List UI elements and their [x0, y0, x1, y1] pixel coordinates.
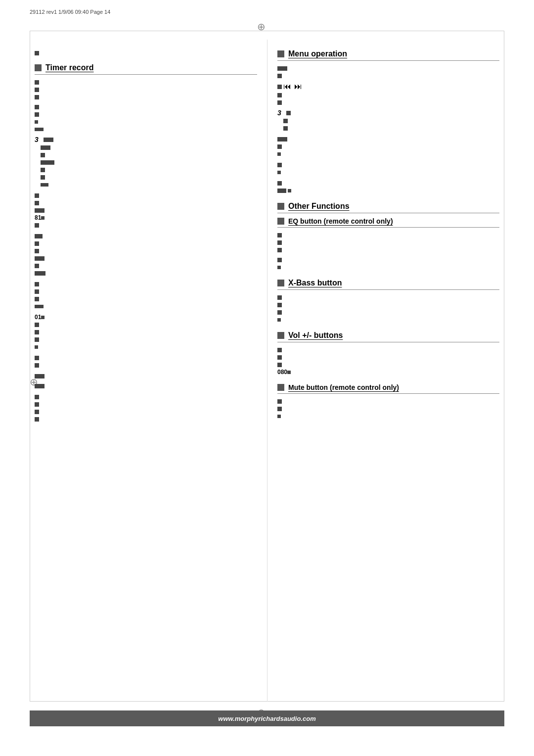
top-rule: [30, 31, 504, 31]
mr15: [277, 189, 286, 193]
eq-line2: [277, 239, 499, 246]
b6: [35, 120, 38, 124]
eq3: [277, 248, 282, 252]
b29: [35, 305, 44, 308]
b18: [41, 216, 44, 220]
xbass-line3: [277, 309, 499, 316]
eq-rule: [277, 227, 499, 228]
vol-line4: 080: [277, 369, 499, 376]
b12: [41, 168, 45, 172]
timer-record-icon: [35, 64, 42, 71]
vol-line1: [277, 346, 499, 353]
b40: [35, 402, 39, 407]
xbass-title: X-Bass button: [288, 279, 342, 287]
menu-grp2-1: [277, 136, 499, 142]
eq5: [277, 266, 281, 269]
mt3: [277, 415, 281, 418]
mt2: [277, 407, 282, 411]
mr8: [283, 126, 288, 131]
menu-step3-sub1: [283, 117, 499, 124]
mr14: [277, 181, 282, 186]
menu-step3: 3: [277, 109, 499, 117]
timer-line3: [35, 94, 257, 100]
mr5: [277, 100, 282, 105]
eq-line5: [277, 264, 499, 271]
b16: [35, 201, 39, 205]
step3-sub5: [41, 174, 257, 181]
b41: [35, 410, 39, 414]
b22: [35, 249, 39, 253]
step3-sub1: [41, 144, 257, 151]
b42: [35, 417, 39, 422]
menu-heading: Menu operation: [277, 49, 499, 58]
b35: [35, 356, 39, 360]
timer-group3-5: [35, 262, 257, 269]
timer-group2-5: [35, 222, 257, 229]
step3-num: 3: [35, 136, 42, 143]
timer-group5-1: 01: [35, 314, 257, 321]
step3-line: 3: [35, 136, 257, 143]
menu-line1: [277, 65, 499, 72]
b38: [35, 384, 44, 388]
next-icon: ⏭: [294, 82, 302, 91]
eq4: [277, 258, 282, 262]
num81: 81: [35, 214, 41, 221]
b26: [35, 282, 39, 286]
menu-step3-sub2: [283, 125, 499, 132]
eq2: [277, 240, 282, 245]
b4: [35, 105, 39, 109]
b3: [35, 95, 39, 99]
timer-group9-2: [35, 401, 257, 408]
eq-line3: [277, 246, 499, 253]
menu-grp2-3: [277, 150, 499, 157]
main-content: Timer record 3 81: [30, 40, 504, 702]
mt1: [277, 399, 282, 404]
mute-icon: [277, 384, 284, 391]
b37: [35, 374, 44, 378]
b33: [35, 337, 39, 342]
step3-sub6: [41, 181, 257, 188]
menu-grp3-1: [277, 161, 499, 168]
mute-line2: [277, 405, 499, 412]
mr9: [277, 137, 287, 142]
eq-icon: [277, 218, 284, 225]
xb4: [277, 318, 281, 322]
b2: [35, 88, 39, 92]
timer-group3-1: [35, 233, 257, 239]
timer-line4: [35, 103, 257, 110]
step3-sub2: [41, 151, 257, 158]
mute-rule: [277, 393, 499, 394]
xbass-line2: [277, 301, 499, 308]
menu-rule: [277, 60, 499, 61]
footer-bar: www.morphyrichardsaudio.com: [30, 710, 504, 726]
b28: [35, 297, 39, 301]
mr7: [283, 119, 288, 123]
xbass-rule: [277, 289, 499, 290]
b23: [35, 256, 44, 261]
mr2: [277, 74, 282, 78]
b20: [35, 234, 43, 238]
xbass-line1: [277, 294, 499, 301]
menu-line3: ⏮ ⏭: [277, 82, 499, 91]
eq-heading: EQ button (remote control only): [277, 217, 499, 225]
timer-record-title: Timer record: [45, 63, 94, 72]
timer-group8-1: [35, 382, 257, 389]
vl3: [277, 363, 282, 367]
timer-group5-5: [35, 343, 257, 350]
mute-line1: [277, 398, 499, 405]
mr13: [277, 171, 281, 174]
timer-group6-2: [35, 362, 257, 369]
menu-line5: [277, 99, 499, 106]
crosshair-top: [257, 21, 267, 31]
prev-icon: ⏮: [283, 82, 291, 91]
mr11: [277, 152, 281, 156]
eq-title: EQ button (remote control only): [288, 217, 393, 225]
timer-group3-6: [35, 270, 257, 277]
timer-group9-3: [35, 408, 257, 415]
other-rule: [277, 213, 499, 213]
b14: [41, 183, 48, 187]
num080: 080: [277, 369, 287, 376]
xbass-heading: X-Bass button: [277, 279, 499, 287]
timer-group3-4: [35, 255, 257, 262]
b10: [41, 153, 45, 157]
